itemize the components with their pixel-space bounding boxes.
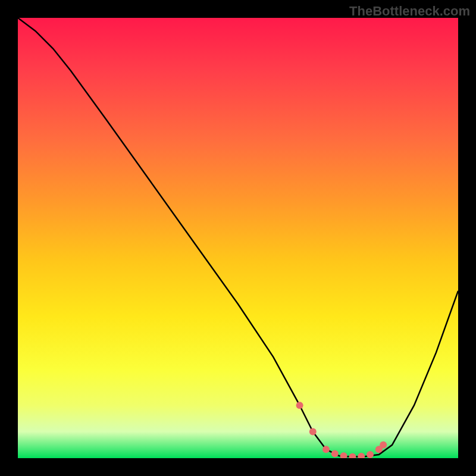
- marker-dot: [340, 452, 347, 458]
- marker-points: [296, 402, 387, 458]
- bottleneck-curve: [18, 18, 458, 457]
- marker-dot: [296, 402, 303, 409]
- marker-dot: [322, 446, 330, 453]
- plot-area: [18, 18, 458, 458]
- marker-dot: [380, 441, 387, 449]
- marker-dot: [331, 450, 339, 458]
- chart-svg: [18, 18, 458, 458]
- marker-dot: [358, 453, 365, 458]
- marker-dot: [309, 428, 317, 436]
- marker-dot: [349, 453, 356, 458]
- watermark-text: TheBottleneck.com: [349, 4, 470, 19]
- curve-layer: [18, 18, 458, 457]
- marker-dot: [367, 451, 374, 458]
